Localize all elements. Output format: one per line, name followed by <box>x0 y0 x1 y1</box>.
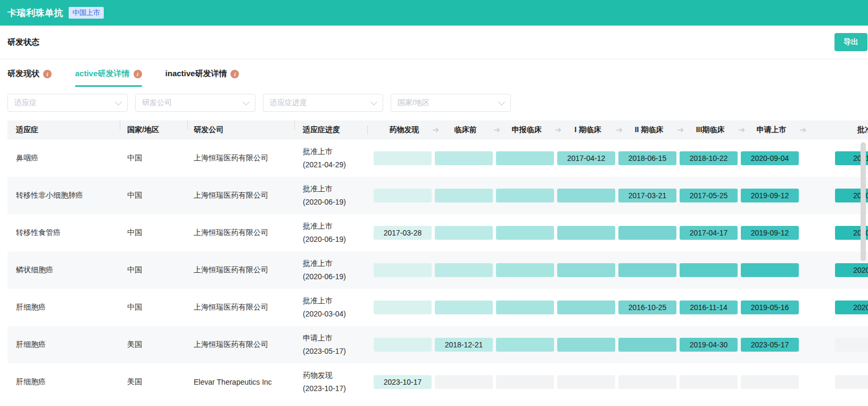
stage-cell <box>496 301 554 314</box>
stage-column <box>802 338 868 352</box>
tab-label: active研发详情 <box>75 69 130 79</box>
stage-cell: 2018-12-21 <box>435 338 493 352</box>
stage-cell <box>618 375 676 389</box>
filter-select[interactable]: 国家/地区 <box>391 94 511 112</box>
cell-company: 上海恒瑞医药有限公司 <box>187 228 294 238</box>
stage-column <box>374 301 435 314</box>
stage-column <box>618 226 680 240</box>
export-button[interactable]: 导出 <box>834 33 867 51</box>
stage-cell: 2020-06-19 <box>835 263 868 277</box>
stage-cell <box>435 189 493 202</box>
stage-cell <box>374 301 432 314</box>
stage-column: 2017-03-21 <box>618 189 680 202</box>
stage-column: 2018-12-21 <box>435 338 496 352</box>
stage-column: 2020-06-19 <box>802 189 868 202</box>
stage-cell <box>557 263 615 277</box>
stage-cell: 2016-11-14 <box>680 301 738 314</box>
stage-column: 2023-05-17 <box>741 338 802 352</box>
filter-select[interactable]: 研发公司 <box>135 94 255 112</box>
stage-column <box>496 301 557 314</box>
stage-column <box>557 189 618 202</box>
table-row: 鼻咽癌 中国 上海恒瑞医药有限公司 批准上市 (2021-04-29) 2017… <box>7 140 868 177</box>
tab[interactable]: active研发详情 i <box>75 69 142 87</box>
stage-column: 2017-04-12 <box>557 151 618 165</box>
stage-track: 2020-06-19 <box>367 263 868 277</box>
top-bar: 卡瑞利珠单抗 中国上市 <box>0 0 868 26</box>
stage-cell <box>496 375 554 389</box>
cell-region: 中国 <box>120 303 187 312</box>
stage-column <box>557 263 618 277</box>
chevron-down-icon <box>115 99 122 105</box>
stage-cell <box>741 375 799 389</box>
stage-column: 2021-04-29 <box>802 151 868 165</box>
tab[interactable]: 研发现状 i <box>7 69 52 87</box>
stage-cell <box>435 226 493 240</box>
stage-cell <box>618 263 676 277</box>
stage-column: 2018-06-15 <box>618 151 680 165</box>
vertical-scrollbar-thumb[interactable] <box>861 142 866 261</box>
table-row: 转移性食管癌 中国 上海恒瑞医药有限公司 批准上市 (2020-06-19) 2… <box>7 214 868 251</box>
cell-region: 美国 <box>120 377 187 387</box>
stage-column <box>374 338 435 352</box>
cell-indication: 鳞状细胞癌 <box>7 265 120 275</box>
stage-header: II 期临床 ➔ <box>618 125 680 135</box>
stage-cell <box>374 338 432 352</box>
stage-cell <box>557 338 615 352</box>
info-icon[interactable]: i <box>134 70 142 78</box>
filter-select[interactable]: 适应症进度 <box>263 94 383 112</box>
info-icon[interactable]: i <box>43 70 52 78</box>
stage-column: 2017-05-25 <box>680 189 741 202</box>
chevron-down-icon <box>370 99 377 105</box>
stage-column: 2019-09-12 <box>741 189 802 202</box>
filter-placeholder: 适应症进度 <box>270 98 307 108</box>
stage-column <box>496 151 557 165</box>
status-date: (2021-04-29) <box>303 158 367 172</box>
stage-column <box>557 226 618 240</box>
stage-cell <box>496 226 554 240</box>
stage-column: 2019-05-16 <box>741 301 802 314</box>
stage-column: 2020-06-19 <box>802 263 868 277</box>
stage-column: 2020-09-04 <box>741 151 802 165</box>
filter-select[interactable]: 适应症 <box>7 94 128 112</box>
stage-column <box>618 375 680 389</box>
stage-column <box>435 226 496 240</box>
stage-cell: 2017-04-12 <box>557 151 615 165</box>
stage-track: 2018-12-212019-04-302023-05-17 <box>367 338 868 352</box>
section-header: 研发状态 导出 <box>0 26 868 59</box>
header-status: 适应症进度 <box>294 125 367 135</box>
stage-cell <box>557 226 615 240</box>
status-date: (2020-03-04) <box>303 307 367 321</box>
stage-column <box>741 263 802 277</box>
stage-cell <box>835 338 868 352</box>
stage-cell <box>557 301 615 314</box>
stage-cell <box>557 189 615 202</box>
stage-cell <box>374 151 432 165</box>
stage-column: 2017-04-17 <box>680 226 741 240</box>
stage-column <box>435 263 496 277</box>
cell-status: 申请上市 (2023-05-17) <box>294 331 367 358</box>
stage-column: 2016-10-25 <box>618 301 680 314</box>
stage-cell: 2017-03-28 <box>374 226 432 240</box>
stage-header: 申请上市 ➔ <box>741 125 802 135</box>
tab[interactable]: inactive研发详情 i <box>166 69 239 87</box>
tab-label: inactive研发详情 <box>166 69 227 79</box>
stage-cell <box>680 263 738 277</box>
pipeline-table: 适应症 国家/地区 研发公司 适应症进度 药物发现 ➔ 临床前 ➔ 申报临床 ➔… <box>0 120 868 401</box>
stage-cell <box>496 151 554 165</box>
stage-column <box>435 301 496 314</box>
stage-header: I 期临床 ➔ <box>557 125 618 135</box>
info-icon[interactable]: i <box>230 70 239 78</box>
stage-column <box>435 375 496 389</box>
stage-header-label: 药物发现 <box>390 125 419 134</box>
status-date: (2023-05-17) <box>303 345 367 358</box>
stage-header: 临床前 ➔ <box>435 125 496 135</box>
cell-status: 批准上市 (2020-06-19) <box>294 257 367 283</box>
stage-column: 2019-04-30 <box>680 338 741 352</box>
cell-indication: 肝细胞癌 <box>7 340 120 350</box>
stage-cell <box>680 375 738 389</box>
stage-column <box>802 375 868 389</box>
stage-header: 批准上市 <box>802 125 868 135</box>
stage-track: 2016-10-252016-11-142019-05-162020-03-04 <box>367 301 868 314</box>
status-text: 批准上市 <box>303 294 367 307</box>
stage-cell <box>496 263 554 277</box>
